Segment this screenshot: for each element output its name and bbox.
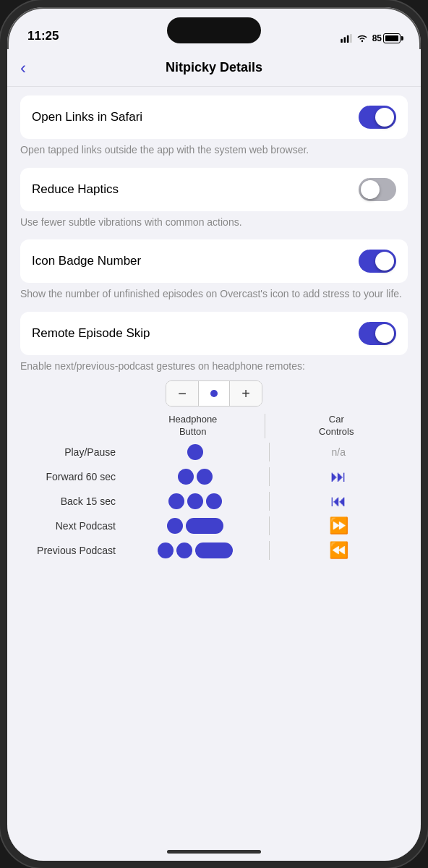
nav-bar: ‹ Nitpicky Details [7, 49, 421, 87]
dot [168, 493, 184, 509]
home-indicator [167, 850, 261, 854]
grid-row-prev-podcast: Previous Podcast ⏪ [20, 541, 408, 560]
stepper-control[interactable]: − + [166, 380, 262, 407]
toggle-open-links-safari[interactable] [359, 106, 396, 129]
toggle-icon-badge[interactable] [359, 250, 396, 273]
setting-label-remote-skip: Remote Episode Skip [32, 326, 150, 341]
headphone-grid: HeadphoneButton CarControls Play/Pause n… [20, 414, 408, 560]
dot [206, 493, 222, 509]
battery-label: 85 [372, 33, 382, 43]
setting-reduce-haptics: Reduce Haptics [20, 168, 408, 211]
page-title: Nitpicky Details [166, 60, 262, 75]
setting-remote-skip: Remote Episode Skip [20, 312, 408, 355]
stepper-plus-button[interactable]: + [230, 381, 262, 406]
svg-rect-1 [343, 37, 346, 43]
power-button [421, 152, 428, 210]
volume-down-button [0, 177, 7, 213]
dot [176, 542, 192, 558]
dynamic-island [167, 17, 261, 43]
setting-row: Reduce Haptics [32, 178, 396, 201]
wifi-icon [356, 34, 368, 43]
status-time: 11:25 [27, 29, 59, 43]
car-icon-forward: ⏭ [330, 467, 346, 486]
svg-rect-0 [341, 39, 343, 43]
description-open-links: Open tapped links outside the app with t… [20, 143, 408, 158]
battery-container: 85 [372, 33, 401, 43]
setting-label-reduce-haptics: Reduce Haptics [32, 182, 119, 197]
headphone-dots-back [121, 492, 269, 511]
headphone-dots-forward [121, 467, 269, 486]
toggle-thumb [375, 108, 394, 127]
setting-row: Open Links in Safari [32, 106, 396, 129]
car-control-prev: ⏪ [270, 541, 408, 560]
settings-content: Open Links in Safari Open tapped links o… [7, 87, 421, 861]
headphone-dots-play-pause [121, 443, 269, 461]
car-control-forward: ⏭ [270, 467, 408, 486]
stepper-section: − + [20, 380, 408, 407]
car-control-back: ⏮ [270, 492, 408, 511]
dot [197, 469, 213, 485]
row-label-play-pause: Play/Pause [20, 446, 121, 458]
row-label-forward: Forward 60 sec [20, 471, 121, 482]
grid-row-forward: Forward 60 sec ⏭ [20, 467, 408, 486]
setting-open-links-safari: Open Links in Safari [20, 95, 408, 139]
car-control-play-pause: n/a [270, 446, 408, 458]
stepper-dot [210, 390, 218, 397]
headphone-dots-prev [121, 541, 269, 560]
dot [187, 493, 203, 509]
svg-rect-2 [346, 35, 348, 43]
silent-switch [0, 101, 7, 127]
dot [178, 469, 194, 485]
grid-row-play-pause: Play/Pause n/a [20, 443, 408, 461]
dot [167, 518, 183, 534]
status-icons: 85 [341, 33, 401, 43]
row-label-back: Back 15 sec [20, 495, 121, 507]
toggle-thumb [375, 324, 394, 343]
car-icon-next: ⏩ [329, 516, 348, 535]
headphone-dots-next [121, 516, 269, 535]
volume-up-button [0, 130, 7, 166]
svg-rect-3 [350, 34, 352, 43]
dot [158, 542, 174, 558]
description-icon-badge: Show the number of unfinished episodes o… [20, 287, 408, 302]
toggle-thumb [361, 180, 380, 199]
description-remote-skip: Enable next/previous-podcast gestures on… [20, 359, 408, 374]
stepper-minus-button[interactable]: − [166, 381, 198, 406]
signal-icon [341, 34, 352, 43]
setting-icon-badge: Icon Badge Number [20, 239, 408, 283]
stepper-value-display [198, 381, 230, 406]
car-control-next: ⏩ [270, 516, 408, 535]
setting-row: Remote Episode Skip [32, 322, 396, 345]
col-header-headphone: HeadphoneButton [121, 414, 265, 438]
grid-row-back: Back 15 sec ⏮ [20, 492, 408, 511]
battery-icon [383, 33, 401, 43]
description-reduce-haptics: Use fewer subtle vibrations with common … [20, 216, 408, 230]
row-label-prev-podcast: Previous Podcast [20, 545, 121, 556]
grid-header: HeadphoneButton CarControls [20, 414, 408, 438]
back-button[interactable]: ‹ [20, 58, 26, 78]
na-label: n/a [332, 446, 346, 458]
car-icon-prev: ⏪ [329, 541, 348, 560]
svg-point-4 [361, 41, 362, 42]
setting-label-open-links: Open Links in Safari [32, 110, 142, 124]
toggle-thumb [375, 252, 394, 271]
col-header-car: CarControls [265, 414, 408, 438]
setting-label-icon-badge: Icon Badge Number [32, 254, 141, 268]
setting-row: Icon Badge Number [32, 250, 396, 273]
toggle-remote-skip[interactable] [359, 322, 396, 345]
dot-pill [195, 542, 233, 558]
dot [187, 444, 203, 460]
dot-pill [186, 518, 223, 534]
car-icon-back: ⏮ [330, 492, 346, 511]
phone-frame: 11:25 85 ‹ [0, 0, 428, 868]
toggle-reduce-haptics[interactable] [359, 178, 396, 201]
row-label-next-podcast: Next Podcast [20, 520, 121, 532]
grid-row-next-podcast: Next Podcast ⏩ [20, 516, 408, 535]
